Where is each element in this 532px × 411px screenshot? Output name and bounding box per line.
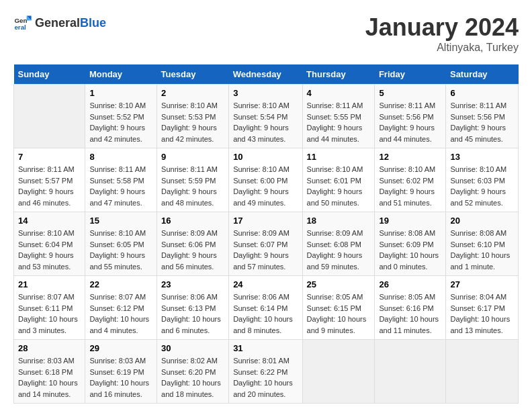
day-number: 12 (379, 152, 441, 162)
calendar-day-cell: 5 Sunrise: 8:11 AM Sunset: 5:56 PM Dayli… (375, 85, 446, 148)
calendar-day-cell: 6 Sunrise: 8:11 AM Sunset: 5:56 PM Dayli… (446, 85, 519, 148)
day-number: 16 (161, 216, 224, 226)
day-number: 13 (450, 152, 514, 162)
daylight-text: Daylight: 9 hours and 52 minutes. (450, 187, 506, 207)
day-info: Sunrise: 8:07 AM Sunset: 6:12 PM Dayligh… (89, 291, 152, 336)
daylight-text: Daylight: 9 hours and 56 minutes. (161, 251, 217, 271)
sunset-text: Sunset: 6:15 PM (307, 304, 361, 312)
day-info: Sunrise: 8:08 AM Sunset: 6:10 PM Dayligh… (450, 228, 514, 272)
daylight-text: Daylight: 9 hours and 51 minutes. (379, 187, 435, 207)
calendar-day-cell: 13 Sunrise: 8:10 AM Sunset: 6:03 PM Dayl… (446, 148, 519, 212)
day-number: 6 (450, 88, 514, 98)
sunrise-text: Sunrise: 8:11 AM (161, 165, 218, 173)
sunrise-text: Sunrise: 8:10 AM (18, 229, 75, 237)
sunrise-text: Sunrise: 8:11 AM (89, 165, 146, 173)
day-info: Sunrise: 8:10 AM Sunset: 6:04 PM Dayligh… (18, 228, 81, 272)
day-info: Sunrise: 8:09 AM Sunset: 6:07 PM Dayligh… (233, 228, 298, 272)
daylight-text: Daylight: 10 hours and 20 minutes. (233, 379, 293, 398)
daylight-text: Daylight: 9 hours and 59 minutes. (307, 251, 363, 271)
day-info: Sunrise: 8:10 AM Sunset: 6:02 PM Dayligh… (379, 164, 441, 208)
calendar-day-cell: 3 Sunrise: 8:10 AM Sunset: 5:54 PM Dayli… (229, 85, 302, 148)
daylight-text: Daylight: 9 hours and 48 minutes. (161, 187, 217, 207)
day-of-week-header: Thursday (302, 64, 375, 85)
daylight-text: Daylight: 9 hours and 44 minutes. (379, 124, 435, 143)
sunrise-text: Sunrise: 8:06 AM (233, 293, 290, 301)
sunrise-text: Sunrise: 8:07 AM (18, 293, 75, 301)
daylight-text: Daylight: 9 hours and 46 minutes. (18, 187, 74, 207)
location-subtitle: Altinyaka, Turkey (365, 42, 519, 54)
calendar-day-cell: 24 Sunrise: 8:06 AM Sunset: 6:14 PM Dayl… (229, 276, 302, 340)
sunrise-text: Sunrise: 8:02 AM (161, 357, 218, 365)
calendar-day-cell: 25 Sunrise: 8:05 AM Sunset: 6:15 PM Dayl… (302, 276, 375, 340)
sunrise-text: Sunrise: 8:03 AM (18, 357, 75, 365)
day-info: Sunrise: 8:10 AM Sunset: 5:52 PM Dayligh… (89, 100, 152, 144)
sunrise-text: Sunrise: 8:09 AM (161, 229, 218, 237)
sunset-text: Sunset: 6:16 PM (379, 304, 433, 312)
sunset-text: Sunset: 6:00 PM (233, 177, 287, 185)
day-info: Sunrise: 8:06 AM Sunset: 6:13 PM Dayligh… (161, 291, 224, 336)
sunset-text: Sunset: 6:10 PM (450, 240, 504, 248)
calendar-day-cell: 19 Sunrise: 8:08 AM Sunset: 6:09 PM Dayl… (375, 212, 446, 276)
day-info: Sunrise: 8:10 AM Sunset: 6:05 PM Dayligh… (89, 228, 152, 272)
sunset-text: Sunset: 6:17 PM (450, 304, 504, 312)
calendar-week-row: 7 Sunrise: 8:11 AM Sunset: 5:57 PM Dayli… (14, 148, 519, 212)
daylight-text: Daylight: 9 hours and 44 minutes. (307, 124, 363, 143)
day-info: Sunrise: 8:10 AM Sunset: 6:00 PM Dayligh… (233, 164, 298, 208)
calendar-week-row: 14 Sunrise: 8:10 AM Sunset: 6:04 PM Dayl… (14, 212, 519, 276)
daylight-text: Daylight: 9 hours and 57 minutes. (233, 251, 289, 271)
sunrise-text: Sunrise: 8:06 AM (161, 293, 218, 301)
sunset-text: Sunset: 6:20 PM (161, 368, 216, 376)
day-number: 11 (307, 152, 371, 162)
calendar-day-cell (375, 340, 446, 404)
sunset-text: Sunset: 6:08 PM (307, 240, 361, 248)
sunset-text: Sunset: 6:04 PM (18, 240, 73, 248)
day-number: 31 (233, 343, 298, 353)
day-info: Sunrise: 8:09 AM Sunset: 6:06 PM Dayligh… (161, 228, 224, 272)
daylight-text: Daylight: 9 hours and 42 minutes. (161, 124, 217, 143)
day-info: Sunrise: 8:11 AM Sunset: 5:56 PM Dayligh… (450, 100, 514, 144)
calendar-day-cell: 8 Sunrise: 8:11 AM Sunset: 5:58 PM Dayli… (85, 148, 157, 212)
day-number: 19 (379, 216, 441, 226)
calendar-week-row: 28 Sunrise: 8:03 AM Sunset: 6:18 PM Dayl… (14, 340, 519, 404)
calendar-day-cell: 14 Sunrise: 8:10 AM Sunset: 6:04 PM Dayl… (14, 212, 85, 276)
day-number: 3 (233, 88, 298, 98)
day-info: Sunrise: 8:11 AM Sunset: 5:59 PM Dayligh… (161, 164, 224, 208)
daylight-text: Daylight: 9 hours and 55 minutes. (89, 251, 145, 271)
day-number: 20 (450, 216, 514, 226)
day-number: 24 (233, 279, 298, 289)
day-info: Sunrise: 8:11 AM Sunset: 5:56 PM Dayligh… (379, 100, 441, 144)
daylight-text: Daylight: 10 hours and 8 minutes. (233, 315, 293, 334)
calendar-day-cell: 21 Sunrise: 8:07 AM Sunset: 6:11 PM Dayl… (14, 276, 85, 340)
calendar-day-cell: 2 Sunrise: 8:10 AM Sunset: 5:53 PM Dayli… (157, 85, 229, 148)
calendar-day-cell: 1 Sunrise: 8:10 AM Sunset: 5:52 PM Dayli… (85, 85, 157, 148)
calendar-table: SundayMondayTuesdayWednesdayThursdayFrid… (13, 64, 519, 404)
daylight-text: Daylight: 10 hours and 14 minutes. (18, 379, 78, 398)
calendar-day-cell: 31 Sunrise: 8:01 AM Sunset: 6:22 PM Dayl… (229, 340, 302, 404)
day-info: Sunrise: 8:10 AM Sunset: 6:01 PM Dayligh… (307, 164, 371, 208)
calendar-day-cell: 17 Sunrise: 8:09 AM Sunset: 6:07 PM Dayl… (229, 212, 302, 276)
calendar-day-cell: 28 Sunrise: 8:03 AM Sunset: 6:18 PM Dayl… (14, 340, 85, 404)
sunset-text: Sunset: 6:19 PM (89, 368, 144, 376)
sunset-text: Sunset: 5:56 PM (450, 113, 504, 121)
sunset-text: Sunset: 6:01 PM (307, 177, 361, 185)
day-info: Sunrise: 8:01 AM Sunset: 6:22 PM Dayligh… (233, 355, 298, 400)
day-number: 14 (18, 216, 81, 226)
daylight-text: Daylight: 10 hours and 13 minutes. (450, 315, 510, 334)
day-info: Sunrise: 8:11 AM Sunset: 5:57 PM Dayligh… (18, 164, 81, 208)
calendar-day-cell: 16 Sunrise: 8:09 AM Sunset: 6:06 PM Dayl… (157, 212, 229, 276)
day-info: Sunrise: 8:05 AM Sunset: 6:15 PM Dayligh… (307, 291, 371, 336)
sunset-text: Sunset: 6:09 PM (379, 240, 433, 248)
calendar-day-cell: 11 Sunrise: 8:10 AM Sunset: 6:01 PM Dayl… (302, 148, 375, 212)
day-number: 23 (161, 279, 224, 289)
sunrise-text: Sunrise: 8:10 AM (161, 101, 218, 109)
title-section: January 2024 Altinyaka, Turkey (365, 13, 519, 54)
day-number: 2 (161, 88, 224, 98)
day-of-week-header: Monday (85, 64, 157, 85)
calendar-day-cell: 29 Sunrise: 8:03 AM Sunset: 6:19 PM Dayl… (85, 340, 157, 404)
calendar-week-row: 21 Sunrise: 8:07 AM Sunset: 6:11 PM Dayl… (14, 276, 519, 340)
calendar-day-cell: 27 Sunrise: 8:04 AM Sunset: 6:17 PM Dayl… (446, 276, 519, 340)
sunset-text: Sunset: 5:56 PM (379, 113, 433, 121)
day-number: 10 (233, 152, 298, 162)
day-number: 9 (161, 152, 224, 162)
daylight-text: Daylight: 10 hours and 6 minutes. (161, 315, 221, 334)
